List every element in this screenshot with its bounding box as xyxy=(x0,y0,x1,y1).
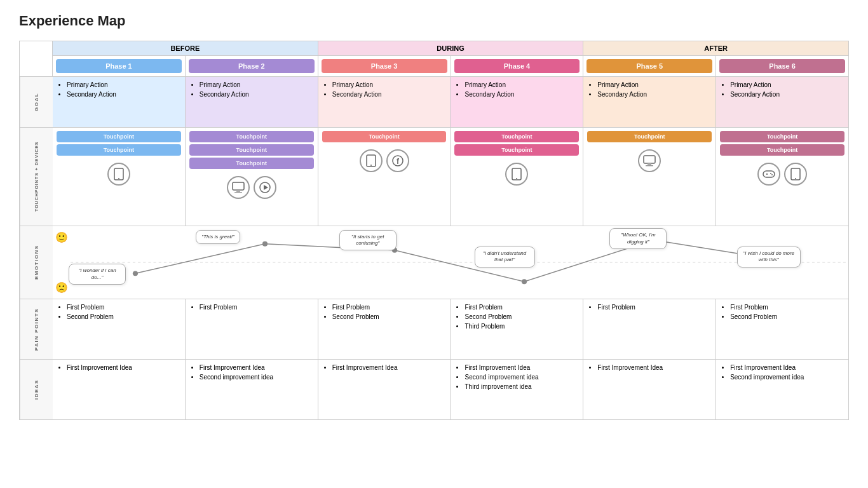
goal-item: Primary Action xyxy=(730,81,843,89)
touchpoint-button[interactable]: Touchpoint xyxy=(720,131,844,142)
happy-face: 🙂 xyxy=(53,231,71,243)
touchpoint-button[interactable]: Touchpoint xyxy=(454,131,579,142)
group-before: BEFORE xyxy=(53,41,318,56)
goal-label: GOAL xyxy=(20,77,53,127)
pain-cell-5: First ProblemSecond Problem xyxy=(716,299,848,359)
idea-item: First Improvement Idea xyxy=(67,363,180,372)
idea-cell-5: First Improvement IdeaSecond improvement… xyxy=(716,360,848,419)
bubble-1: "This is great!" xyxy=(196,230,240,244)
touchpoint-button[interactable]: Touchpoint xyxy=(720,144,844,156)
pain-item: First Problem xyxy=(730,303,843,311)
ideas-label: IDEAS xyxy=(20,360,53,419)
svg-point-27 xyxy=(522,279,527,284)
goal-cell-5: Primary ActionSecondary Action xyxy=(716,77,848,127)
bubble-4: "Whoa! OK, I'm digging it" xyxy=(609,228,667,249)
idea-item: First Improvement Idea xyxy=(465,363,578,372)
goal-item: Secondary Action xyxy=(200,90,313,98)
phase-1-label: Phase 1 xyxy=(53,56,186,76)
svg-point-24 xyxy=(133,271,138,276)
touchpoint-button[interactable]: Touchpoint xyxy=(587,131,712,142)
goal-item: Primary Action xyxy=(465,81,578,89)
device-icon xyxy=(784,163,807,186)
device-icon xyxy=(638,149,661,172)
page-title: Experience Map xyxy=(19,13,849,29)
pain-item: Second Problem xyxy=(67,313,180,321)
touchpoint-button[interactable]: Touchpoint xyxy=(322,131,447,142)
touchpoint-button[interactable]: Touchpoint xyxy=(57,131,181,142)
svg-rect-2 xyxy=(233,182,244,190)
pain-item: First Problem xyxy=(597,303,710,311)
icon-area xyxy=(587,144,712,177)
pain-cell-0: First ProblemSecond Problem xyxy=(53,299,186,359)
idea-item: First Improvement Idea xyxy=(332,363,445,372)
icon-area xyxy=(454,158,579,191)
goal-item: Primary Action xyxy=(332,81,445,89)
goal-item: Secondary Action xyxy=(67,90,180,98)
device-icon: f xyxy=(386,149,409,172)
svg-point-12 xyxy=(516,178,517,179)
phase-2-label: Phase 2 xyxy=(186,56,318,76)
phase-5-label: Phase 5 xyxy=(583,56,716,76)
touchpoint-button[interactable]: Touchpoint xyxy=(454,144,579,156)
idea-item: Second improvement idea xyxy=(465,373,578,381)
idea-item: Third improvement idea xyxy=(465,383,578,391)
bubble-2: "It starts to get confusing" xyxy=(339,230,397,251)
touchpoints-label: TOUCHPOINTS + DEVICES xyxy=(20,128,53,226)
pain-item: First Problem xyxy=(332,303,445,311)
emotions-label: EMOTIONS xyxy=(20,226,53,299)
svg-point-25 xyxy=(262,241,268,247)
device-icon xyxy=(360,149,383,172)
group-during: DURING xyxy=(318,41,583,56)
idea-cell-2: First Improvement Idea xyxy=(318,360,451,419)
goal-cell-1: Primary ActionSecondary Action xyxy=(186,77,318,127)
idea-item: Second improvement idea xyxy=(200,373,313,381)
bubble-0: "I wonder if I can do..." xyxy=(69,264,126,285)
idea-cell-4: First Improvement Idea xyxy=(583,360,716,419)
touch-cell-2: Touchpointf xyxy=(318,128,451,226)
goal-item: Secondary Action xyxy=(597,90,710,98)
icon-area: f xyxy=(322,144,447,177)
pain-cell-2: First ProblemSecond Problem xyxy=(318,299,451,359)
pain-cell-1: First Problem xyxy=(186,299,318,359)
svg-point-22 xyxy=(795,178,796,179)
idea-cell-3: First Improvement IdeaSecond improvement… xyxy=(451,360,583,419)
idea-cell-1: First Improvement IdeaSecond improvement… xyxy=(186,360,318,419)
pain-item: First Problem xyxy=(67,303,180,311)
bubble-3: "I didn't understand that part" xyxy=(475,247,535,268)
touchpoint-button[interactable]: Touchpoint xyxy=(189,158,314,169)
svg-point-20 xyxy=(771,174,773,175)
group-after: AFTER xyxy=(583,41,848,56)
touch-cell-1: TouchpointTouchpointTouchpoint xyxy=(186,128,318,226)
pain-points-label: PAIN POINTS xyxy=(20,299,53,359)
svg-point-19 xyxy=(770,173,771,174)
goal-cell-3: Primary ActionSecondary Action xyxy=(451,77,583,127)
icon-area xyxy=(57,158,181,191)
svg-rect-16 xyxy=(763,171,775,177)
device-icon xyxy=(254,176,276,199)
idea-cell-0: First Improvement Idea xyxy=(53,360,186,419)
pain-item: Second Problem xyxy=(730,313,843,321)
touch-cell-4: Touchpoint xyxy=(583,128,716,226)
goal-cell-2: Primary ActionSecondary Action xyxy=(318,77,451,127)
svg-rect-4 xyxy=(234,192,242,193)
icon-area xyxy=(720,158,844,191)
phase-6-label: Phase 6 xyxy=(716,56,848,76)
pain-item: First Problem xyxy=(465,303,578,311)
bubble-5: "I wish I could do more with this" xyxy=(737,247,801,268)
svg-marker-6 xyxy=(264,185,268,190)
pain-item: First Problem xyxy=(200,303,313,311)
touch-cell-0: TouchpointTouchpoint xyxy=(53,128,186,226)
svg-point-1 xyxy=(118,178,119,179)
icon-area xyxy=(189,171,314,204)
idea-item: First Improvement Idea xyxy=(200,363,313,372)
pain-item: Third Problem xyxy=(465,322,578,330)
touchpoint-button[interactable]: Touchpoint xyxy=(189,144,314,156)
device-icon xyxy=(505,163,528,186)
goal-item: Primary Action xyxy=(597,81,710,89)
touchpoint-button[interactable]: Touchpoint xyxy=(189,131,314,142)
idea-item: Second improvement idea xyxy=(730,373,843,381)
touchpoint-button[interactable]: Touchpoint xyxy=(57,144,181,156)
touch-cell-3: TouchpointTouchpoint xyxy=(451,128,583,226)
page: Experience Map BEFORE Phase 1 Phase 2 DU… xyxy=(0,0,868,433)
idea-item: First Improvement Idea xyxy=(597,363,710,372)
